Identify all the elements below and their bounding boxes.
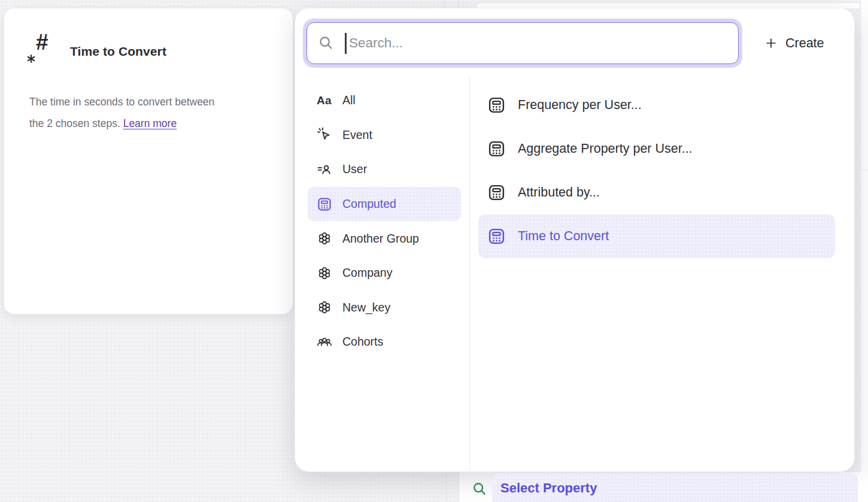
result-item-attributed-by[interactable]: Attributed by... <box>478 171 835 214</box>
category-item-all[interactable]: AaAll <box>308 83 461 118</box>
calculator-icon <box>487 140 506 158</box>
result-item-time-to-convert[interactable]: Time to Convert <box>478 214 835 258</box>
create-button[interactable]: Create <box>757 30 831 56</box>
calculator-icon <box>487 96 506 114</box>
background-divider <box>446 472 447 502</box>
category-label: Event <box>342 128 372 142</box>
group-icon <box>316 231 332 247</box>
tooltip-card: # Time to Convert The time in seconds to… <box>4 8 293 314</box>
hash-star-icon: # <box>26 35 58 67</box>
select-property-field[interactable]: Select Property <box>492 474 858 502</box>
search-input[interactable] <box>349 23 726 63</box>
category-item-company[interactable]: Company <box>308 256 461 291</box>
tooltip-description-line2: the 2 chosen steps. <box>29 117 120 129</box>
tooltip-description-line1: The time in seconds to convert between <box>29 92 281 113</box>
plus-icon <box>764 37 778 50</box>
stage: { "colors": { "accent_purple": "#5a50e0"… <box>0 0 868 502</box>
category-item-another-group[interactable]: Another Group <box>308 221 461 256</box>
category-item-computed[interactable]: Computed <box>308 187 461 222</box>
category-label: Company <box>342 266 392 280</box>
background-divider <box>860 170 868 170</box>
tooltip-title: Time to Convert <box>70 44 166 59</box>
text-caret <box>345 33 347 54</box>
result-item-frequency-per-user[interactable]: Frequency per User... <box>478 83 835 127</box>
property-picker-popup: Create AaAllEventUserComputedAnother Gro… <box>295 8 855 472</box>
user-list-icon <box>316 161 332 177</box>
category-label: User <box>342 162 367 176</box>
category-label: Another Group <box>342 232 419 246</box>
category-label: Cohorts <box>342 335 383 349</box>
panel-divider <box>469 75 470 471</box>
result-list: Frequency per User...Aggregate Property … <box>478 83 835 258</box>
create-button-label: Create <box>785 36 824 51</box>
cursor-click-icon <box>316 127 332 143</box>
group-icon <box>316 300 332 316</box>
result-label: Attributed by... <box>518 185 600 200</box>
result-label: Time to Convert <box>518 229 609 244</box>
result-item-aggregate-property-per-user[interactable]: Aggregate Property per User... <box>478 127 835 171</box>
result-label: Aggregate Property per User... <box>518 141 693 156</box>
category-list: AaAllEventUserComputedAnother GroupCompa… <box>308 83 461 359</box>
background-divider <box>444 0 445 8</box>
letter-case-icon: Aa <box>316 92 332 108</box>
tooltip-description: The time in seconds to convert between t… <box>29 92 281 134</box>
search-focus-ring <box>303 19 742 68</box>
calculator-icon <box>487 227 506 246</box>
search-icon <box>472 481 487 497</box>
category-label: All <box>342 93 356 107</box>
background-divider <box>458 0 459 8</box>
group-icon <box>316 265 332 281</box>
learn-more-link[interactable]: Learn more <box>123 117 177 129</box>
cohorts-icon <box>316 334 332 350</box>
category-item-cohorts[interactable]: Cohorts <box>308 325 461 359</box>
search-icon <box>318 35 334 51</box>
category-label: New_key <box>342 301 390 314</box>
category-item-new-key[interactable]: New_key <box>308 291 461 325</box>
search-box[interactable] <box>306 22 739 64</box>
calculator-icon <box>487 183 506 202</box>
category-item-user[interactable]: User <box>308 152 461 187</box>
category-item-event[interactable]: Event <box>308 118 461 153</box>
select-property-label: Select Property <box>500 480 597 496</box>
background-panel-right <box>860 0 868 502</box>
calculator-icon <box>316 196 332 212</box>
category-label: Computed <box>342 197 396 211</box>
result-label: Frequency per User... <box>518 98 642 113</box>
